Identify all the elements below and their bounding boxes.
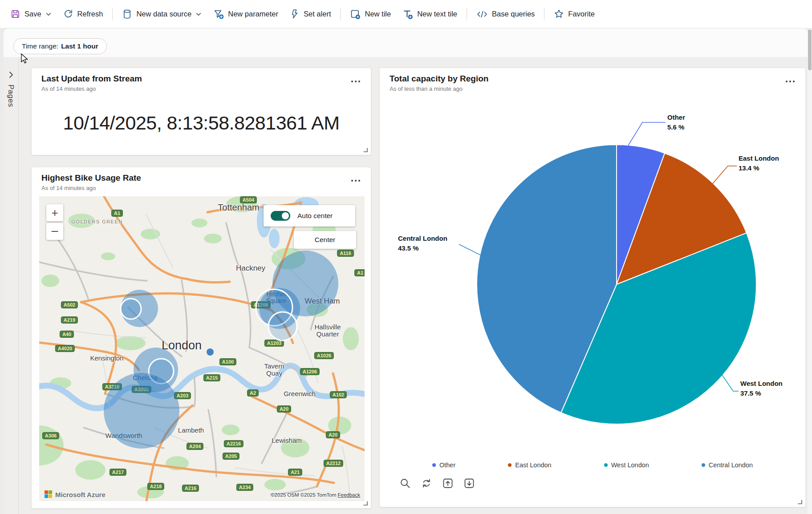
toolbar-divider — [467, 8, 467, 20]
tile-add-icon — [350, 9, 361, 20]
pie-chart[interactable] — [380, 68, 806, 508]
road-badge: A1 — [354, 269, 365, 276]
auto-refresh-button[interactable] — [419, 476, 434, 491]
set-alert-button[interactable]: Set alert — [284, 5, 337, 24]
time-range-pill[interactable]: Time range: Last 1 hour — [13, 38, 107, 54]
base-queries-button[interactable]: Base queries — [471, 5, 540, 24]
feedback-link[interactable]: Feedback — [337, 492, 360, 498]
pages-label: Pages — [6, 85, 15, 107]
callout-pct: 43.5 % — [398, 243, 447, 253]
road-badge: A40 — [60, 331, 74, 338]
road-badge: A217 — [110, 469, 126, 476]
road-badge: A1206 — [300, 368, 320, 375]
more-options-button[interactable] — [349, 178, 362, 183]
auto-center-panel: Auto center — [264, 205, 355, 227]
refresh-button[interactable]: Refresh — [57, 5, 109, 24]
place-label: Lewisham — [272, 437, 302, 444]
auto-center-toggle[interactable] — [271, 211, 290, 221]
map-zoom-in-button[interactable]: + — [46, 204, 63, 221]
callout-pct: 13.4 % — [739, 163, 779, 173]
road-badge: A1026 — [314, 352, 334, 359]
new-data-source-button[interactable]: New data source — [116, 5, 207, 24]
new-data-source-label: New data source — [136, 10, 191, 18]
new-tile-button[interactable]: New tile — [344, 5, 397, 24]
place-label: Tottenham — [218, 203, 259, 213]
tile-total-capacity-by-region: Total capacity by Region As of less than… — [379, 68, 806, 507]
map-copyright: ©2025 OSM ©2025 TomTom Feedback — [271, 492, 360, 498]
move-up-button[interactable] — [440, 476, 455, 491]
move-down-button[interactable] — [462, 476, 477, 491]
new-parameter-button[interactable]: New parameter — [207, 5, 284, 24]
star-icon — [554, 9, 564, 19]
pie-actions — [398, 476, 477, 491]
base-queries-label: Base queries — [492, 10, 535, 18]
road-badge: A20 — [326, 431, 340, 438]
legend-item-west-london[interactable]: West London — [604, 461, 649, 469]
toolbar-divider — [112, 8, 113, 20]
pie-callout-other: Other 5.6 % — [667, 113, 685, 132]
map-zoom-out-button[interactable]: − — [46, 223, 63, 240]
road-badge: A306 — [42, 432, 59, 439]
scrollbar-thumb[interactable] — [808, 29, 812, 70]
center-button[interactable]: Center — [294, 231, 356, 249]
road-badge: A219 — [61, 316, 78, 324]
legend-dot-icon — [702, 463, 705, 467]
road-badge: A1203 — [264, 340, 284, 347]
resize-handle-icon[interactable] — [362, 147, 368, 152]
azure-brand: Microsoft Azure — [55, 491, 106, 498]
place-label: Greenwich — [284, 390, 316, 397]
chevron-down-icon — [195, 11, 202, 17]
save-button[interactable]: Save — [4, 5, 57, 24]
place-label: Hackney — [236, 264, 265, 272]
new-tile-label: New tile — [365, 10, 391, 18]
tile-subtitle: As of 14 minutes ago — [41, 85, 96, 92]
page-scrollbar[interactable] — [808, 28, 812, 514]
pie-callout-central-london: Central London 43.5 % — [398, 234, 447, 253]
map-canvas[interactable]: TottenhamGOLDERS GREENHackneyWest HamHit… — [39, 196, 365, 501]
new-parameter-label: New parameter — [228, 10, 278, 18]
more-options-button[interactable] — [349, 79, 362, 84]
search-button[interactable] — [398, 476, 413, 491]
legend-item-east-london[interactable]: East London — [508, 461, 551, 469]
set-alert-label: Set alert — [304, 10, 331, 18]
funnel-add-icon — [213, 9, 224, 20]
time-range-value: Last 1 hour — [61, 42, 98, 50]
toolbar: SaveRefreshNew data sourceNew parameterS… — [0, 0, 812, 28]
callout-name: East London — [739, 154, 779, 163]
callout-pct: 5.6 % — [667, 122, 685, 132]
new-text-tile-label: New text tile — [417, 10, 457, 18]
toolbar-divider — [340, 8, 341, 20]
map-attribution: Microsoft Azure ©2025 OSM ©2025 TomTom F… — [39, 488, 365, 501]
favorite-label: Favorite — [568, 10, 595, 18]
legend-label: East London — [515, 461, 551, 469]
expand-pages-button[interactable] — [7, 70, 16, 79]
new-text-tile-button[interactable]: New text tile — [397, 5, 463, 24]
road-badge: A203 — [174, 392, 191, 399]
road-badge: A215 — [203, 374, 220, 381]
refresh-icon — [63, 9, 73, 19]
road-badge: A1 — [111, 210, 123, 217]
tile-subtitle: As of 14 minutes ago — [41, 185, 96, 191]
road-badge: A205 — [223, 453, 240, 460]
place-label: GOLDERS GREEN — [71, 219, 122, 225]
tile-last-update-from-stream: Last Update from Stream As of 14 minutes… — [31, 68, 371, 155]
legend-item-other[interactable]: Other — [432, 461, 455, 469]
arrow-up-box-icon — [442, 478, 454, 489]
tile-title: Last Update from Stream — [41, 74, 142, 84]
favorite-button[interactable]: Favorite — [548, 5, 601, 24]
road-badge: A21 — [288, 469, 302, 476]
copyright-text: ©2025 OSM ©2025 TomTom — [271, 492, 337, 498]
place-label: London — [162, 339, 202, 352]
place-label: Lambeth — [178, 427, 204, 434]
callout-leader-east-london — [711, 166, 737, 186]
road-badge: A3218 — [102, 383, 122, 390]
toggle-knob — [282, 212, 289, 219]
road-badge: A102 — [330, 391, 347, 398]
callout-leader-other — [628, 122, 666, 146]
callout-leader-west-london — [722, 374, 739, 391]
arrow-down-box-icon — [463, 478, 475, 489]
place-label: West Ham — [304, 297, 340, 305]
tile-title: Highest Bike Usage Rate — [41, 173, 141, 183]
legend-item-central-london[interactable]: Central London — [702, 461, 753, 469]
save-label: Save — [24, 10, 41, 18]
